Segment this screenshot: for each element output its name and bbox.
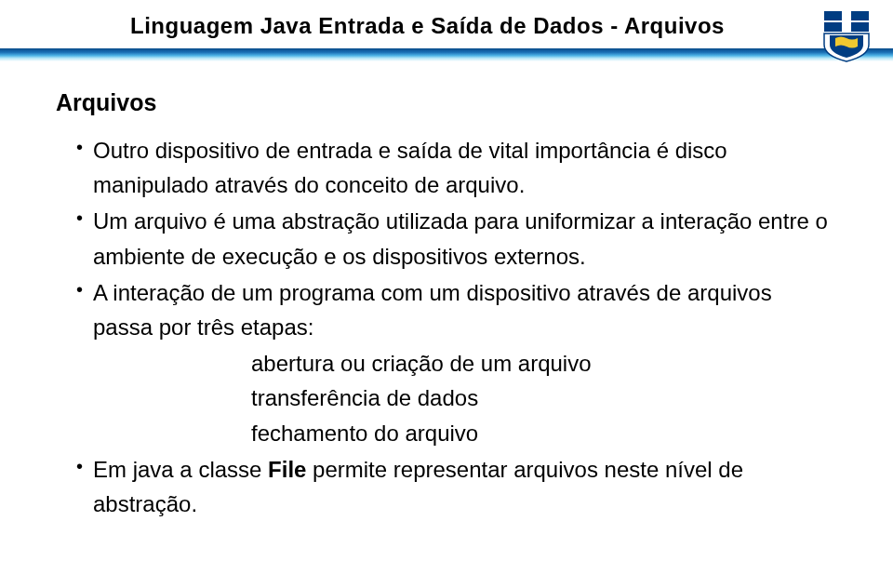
university-crest-icon (819, 7, 874, 63)
sublist-item: transferência de dados (251, 381, 837, 415)
slide-title: Linguagem Java Entrada e Saída de Dados … (130, 13, 800, 39)
bullet-text-bold: File (268, 457, 306, 482)
sub-list: abertura ou criação de um arquivo transf… (93, 346, 837, 450)
sublist-item: fechamento do arquivo (251, 416, 837, 450)
svg-rect-2 (842, 11, 851, 32)
sublist-item: abertura ou criação de um arquivo (251, 346, 837, 381)
bullet-item: Um arquivo é uma abstração utilizada par… (76, 204, 837, 273)
section-title: Arquivos (56, 89, 837, 116)
bullet-text: A interação de um programa com um dispos… (93, 280, 772, 340)
bullet-list: Outro dispositivo de entrada e saída de … (56, 133, 837, 521)
bullet-item: Outro dispositivo de entrada e saída de … (76, 133, 837, 202)
bullet-item: Em java a classe File permite representa… (76, 452, 837, 521)
bullet-item: A interação de um programa com um dispos… (76, 275, 837, 450)
slide-content: Arquivos Outro dispositivo de entrada e … (0, 61, 893, 541)
bullet-text-pre: Em java a classe (93, 457, 268, 482)
gradient-divider (0, 48, 893, 61)
slide-header: Linguagem Java Entrada e Saída de Dados … (0, 0, 893, 39)
